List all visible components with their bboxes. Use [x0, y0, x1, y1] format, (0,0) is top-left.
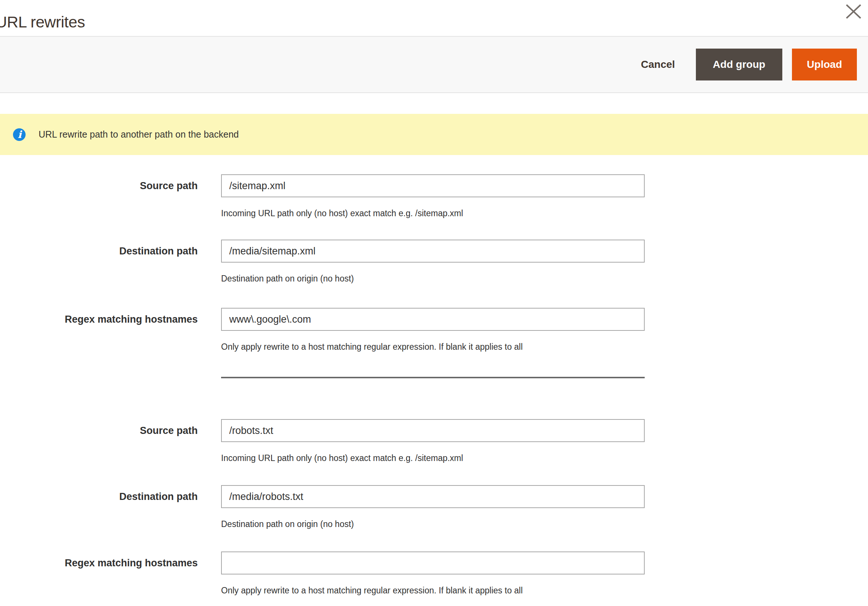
destination-path-input[interactable]: [221, 485, 645, 508]
destination-path-label: Destination path: [0, 485, 198, 508]
regex-hostnames-hint: Only apply rewrite to a host matching re…: [221, 586, 523, 596]
close-button[interactable]: [844, 3, 863, 20]
info-banner: i URL rewrite path to another path on th…: [0, 114, 868, 155]
source-path-hint: Incoming URL path only (no host) exact m…: [221, 453, 463, 463]
info-icon: i: [12, 128, 26, 141]
field-row-destination-path-2: Destination path Destination path on ori…: [0, 485, 868, 548]
regex-hostnames-input[interactable]: [221, 308, 645, 331]
regex-hostnames-input[interactable]: [221, 552, 645, 575]
info-banner-text: URL rewrite path to another path on the …: [39, 129, 239, 140]
upload-button[interactable]: Upload: [792, 49, 857, 81]
regex-hostnames-label: Regex matching hostnames: [0, 552, 198, 575]
page-title: URL rewrites: [0, 13, 85, 31]
source-path-input[interactable]: [221, 174, 645, 197]
regex-hostnames-hint: Only apply rewrite to a host matching re…: [221, 342, 523, 352]
destination-path-input[interactable]: [221, 240, 645, 263]
destination-path-label: Destination path: [0, 240, 198, 263]
field-row-source-path-2: Source path Incoming URL path only (no h…: [0, 419, 868, 482]
close-icon: [844, 3, 863, 20]
source-path-input[interactable]: [221, 419, 645, 442]
field-row-regex-hostnames-1: Regex matching hostnames Only apply rewr…: [0, 308, 868, 371]
url-rewrites-modal: { "header": { "title": "URL rewrites" },…: [0, 0, 868, 606]
destination-path-hint: Destination path on origin (no host): [221, 274, 354, 284]
destination-path-hint: Destination path on origin (no host): [221, 519, 354, 529]
source-path-hint: Incoming URL path only (no host) exact m…: [221, 208, 463, 219]
field-row-source-path-1: Source path Incoming URL path only (no h…: [0, 174, 868, 237]
field-row-destination-path-1: Destination path Destination path on ori…: [0, 240, 868, 303]
modal-toolbar: Cancel Add group Upload: [0, 36, 868, 93]
group-divider: [221, 377, 645, 378]
source-path-label: Source path: [0, 174, 198, 197]
regex-hostnames-label: Regex matching hostnames: [0, 308, 198, 331]
cancel-button[interactable]: Cancel: [637, 49, 679, 81]
source-path-label: Source path: [0, 419, 198, 442]
field-row-regex-hostnames-2: Regex matching hostnames Only apply rewr…: [0, 552, 868, 606]
add-group-button[interactable]: Add group: [696, 49, 783, 81]
